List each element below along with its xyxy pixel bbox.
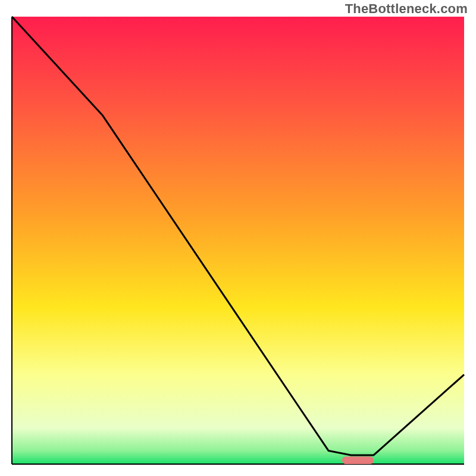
chart-container: TheBottleneck.com [0,0,476,476]
bottleneck-chart [0,0,476,476]
watermark-text: TheBottleneck.com [345,1,468,17]
gradient-background [12,17,464,464]
optimal-marker [342,456,374,464]
